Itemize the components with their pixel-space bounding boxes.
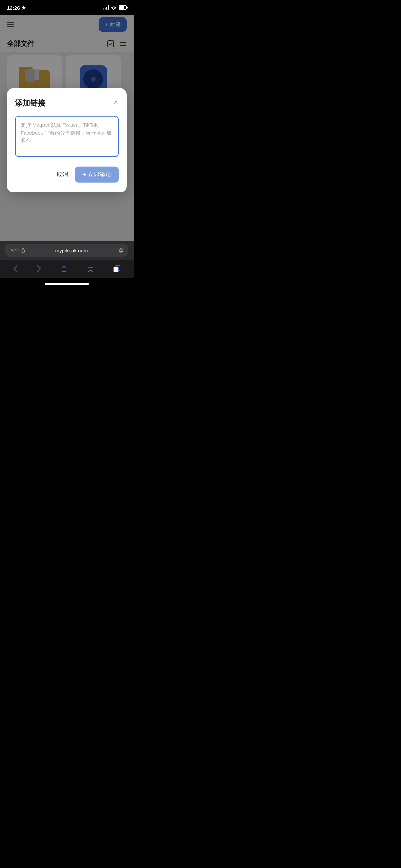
time-display: 12:26 [7, 5, 20, 11]
tabs-icon [113, 265, 121, 273]
bookmarks-button[interactable] [84, 262, 97, 275]
page: 12:26 + 新建 全部文件 [0, 0, 134, 289]
battery-icon [119, 5, 127, 10]
wifi-icon [111, 5, 117, 10]
home-bar [45, 283, 89, 285]
home-indicator [0, 278, 134, 289]
url-area[interactable]: 大小 mypikpak.com [5, 244, 128, 257]
forward-button[interactable] [34, 262, 44, 275]
browser-nav [0, 260, 134, 278]
svg-rect-10 [114, 267, 119, 272]
location-icon [22, 5, 26, 10]
safari-url-bar: 大小 mypikpak.com [0, 241, 134, 260]
cancel-button[interactable]: 取消 [57, 171, 68, 179]
modal-close-button[interactable]: × [113, 98, 119, 106]
link-input[interactable] [15, 116, 119, 157]
reload-icon[interactable] [118, 247, 124, 253]
modal-title: 添加链接 [15, 98, 45, 108]
share-button[interactable] [58, 262, 71, 275]
main-content: + 新建 全部文件 [0, 15, 134, 241]
add-link-modal: 添加链接 × 取消 + 立即添加 [7, 88, 127, 192]
status-icons [103, 5, 127, 10]
forward-icon [37, 265, 41, 273]
modal-actions: 取消 + 立即添加 [15, 167, 119, 183]
share-icon [60, 265, 68, 273]
url-display[interactable]: mypikpak.com [27, 248, 116, 253]
back-button[interactable] [10, 262, 21, 275]
book-icon [87, 265, 94, 273]
tabs-button[interactable] [110, 262, 123, 275]
lock-icon [21, 248, 25, 253]
modal-header: 添加链接 × [15, 98, 119, 108]
size-label: 大小 [10, 247, 19, 253]
signal-icon [103, 5, 109, 10]
status-time: 12:26 [7, 5, 26, 11]
status-bar: 12:26 [0, 0, 134, 15]
add-now-button[interactable]: + 立即添加 [75, 167, 119, 183]
back-icon [13, 265, 18, 273]
svg-rect-6 [22, 250, 25, 252]
